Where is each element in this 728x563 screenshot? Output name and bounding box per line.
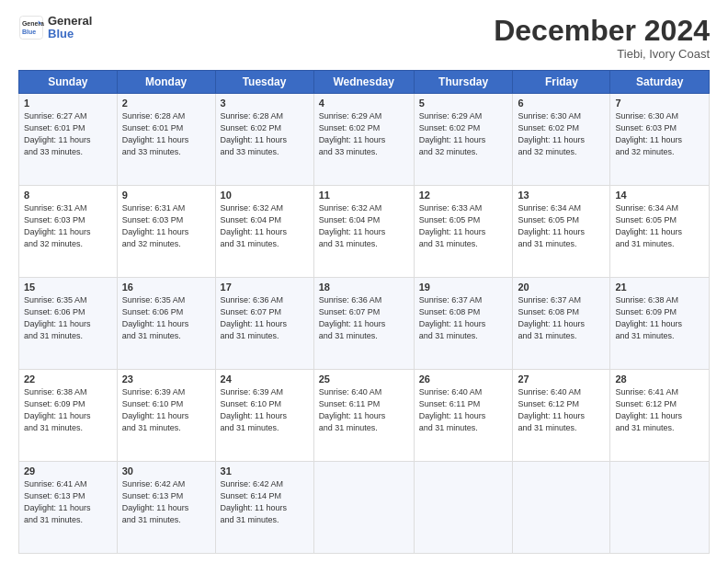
- logo-icon: General Blue: [18, 15, 44, 40]
- calendar-week-4: 22Sunrise: 6:38 AM Sunset: 6:09 PM Dayli…: [19, 370, 710, 462]
- day-number: 4: [319, 98, 409, 109]
- calendar-cell: 7Sunrise: 6:30 AM Sunset: 6:03 PM Daylig…: [610, 94, 710, 186]
- day-number: 20: [518, 282, 605, 293]
- day-info: Sunrise: 6:40 AM Sunset: 6:11 PM Dayligh…: [319, 386, 409, 434]
- calendar-cell: 24Sunrise: 6:39 AM Sunset: 6:10 PM Dayli…: [215, 370, 313, 462]
- day-number: 14: [615, 190, 704, 201]
- day-number: 17: [221, 282, 309, 293]
- day-info: Sunrise: 6:27 AM Sunset: 6:01 PM Dayligh…: [24, 110, 112, 158]
- calendar-cell: 13Sunrise: 6:34 AM Sunset: 6:05 PM Dayli…: [513, 186, 610, 278]
- calendar-week-1: 1Sunrise: 6:27 AM Sunset: 6:01 PM Daylig…: [19, 94, 710, 186]
- calendar-cell: 19Sunrise: 6:37 AM Sunset: 6:08 PM Dayli…: [414, 278, 513, 370]
- calendar-cell: 23Sunrise: 6:39 AM Sunset: 6:10 PM Dayli…: [117, 370, 215, 462]
- day-info: Sunrise: 6:38 AM Sunset: 6:09 PM Dayligh…: [24, 386, 112, 434]
- day-info: Sunrise: 6:32 AM Sunset: 6:04 PM Dayligh…: [221, 202, 309, 250]
- header: General Blue General Blue December 2024 …: [18, 15, 710, 61]
- svg-rect-0: [20, 17, 43, 40]
- day-info: Sunrise: 6:38 AM Sunset: 6:09 PM Dayligh…: [615, 294, 704, 342]
- logo-line2: Blue: [48, 28, 92, 40]
- col-thursday: Thursday: [414, 71, 513, 94]
- day-number: 9: [122, 190, 210, 201]
- calendar-cell: [513, 462, 610, 554]
- calendar: Sunday Monday Tuesday Wednesday Thursday…: [18, 70, 710, 554]
- calendar-cell: [414, 462, 513, 554]
- day-info: Sunrise: 6:34 AM Sunset: 6:05 PM Dayligh…: [518, 202, 605, 250]
- day-number: 23: [122, 373, 210, 385]
- logo: General Blue General Blue: [18, 15, 92, 41]
- day-number: 27: [518, 373, 605, 385]
- day-info: Sunrise: 6:42 AM Sunset: 6:13 PM Dayligh…: [122, 478, 210, 526]
- calendar-cell: 11Sunrise: 6:32 AM Sunset: 6:04 PM Dayli…: [313, 186, 414, 278]
- title-block: December 2024 Tiebi, Ivory Coast: [494, 15, 710, 61]
- day-info: Sunrise: 6:29 AM Sunset: 6:02 PM Dayligh…: [319, 110, 409, 158]
- day-info: Sunrise: 6:30 AM Sunset: 6:02 PM Dayligh…: [518, 110, 605, 158]
- col-saturday: Saturday: [610, 71, 710, 94]
- col-tuesday: Tuesday: [215, 71, 313, 94]
- day-number: 3: [221, 98, 309, 109]
- day-info: Sunrise: 6:32 AM Sunset: 6:04 PM Dayligh…: [319, 202, 409, 250]
- day-number: 5: [419, 98, 508, 109]
- day-number: 6: [518, 98, 605, 109]
- day-info: Sunrise: 6:40 AM Sunset: 6:12 PM Dayligh…: [518, 386, 605, 434]
- calendar-cell: 3Sunrise: 6:28 AM Sunset: 6:02 PM Daylig…: [215, 94, 313, 186]
- col-friday: Friday: [513, 71, 610, 94]
- logo-line1: General: [48, 15, 92, 28]
- day-number: 28: [615, 373, 704, 385]
- calendar-cell: 25Sunrise: 6:40 AM Sunset: 6:11 PM Dayli…: [313, 370, 414, 462]
- day-info: Sunrise: 6:36 AM Sunset: 6:07 PM Dayligh…: [319, 294, 409, 342]
- calendar-cell: 18Sunrise: 6:36 AM Sunset: 6:07 PM Dayli…: [313, 278, 414, 370]
- calendar-cell: 21Sunrise: 6:38 AM Sunset: 6:09 PM Dayli…: [610, 278, 710, 370]
- calendar-week-5: 29Sunrise: 6:41 AM Sunset: 6:13 PM Dayli…: [19, 462, 710, 554]
- day-info: Sunrise: 6:29 AM Sunset: 6:02 PM Dayligh…: [419, 110, 508, 158]
- col-monday: Monday: [117, 71, 215, 94]
- calendar-cell: 8Sunrise: 6:31 AM Sunset: 6:03 PM Daylig…: [19, 186, 118, 278]
- day-info: Sunrise: 6:31 AM Sunset: 6:03 PM Dayligh…: [24, 202, 112, 250]
- calendar-cell: 12Sunrise: 6:33 AM Sunset: 6:05 PM Dayli…: [414, 186, 513, 278]
- day-number: 18: [319, 282, 409, 293]
- calendar-cell: 16Sunrise: 6:35 AM Sunset: 6:06 PM Dayli…: [117, 278, 215, 370]
- day-number: 24: [221, 373, 309, 385]
- calendar-cell: 17Sunrise: 6:36 AM Sunset: 6:07 PM Dayli…: [215, 278, 313, 370]
- svg-text:Blue: Blue: [22, 29, 36, 35]
- calendar-cell: 20Sunrise: 6:37 AM Sunset: 6:08 PM Dayli…: [513, 278, 610, 370]
- day-info: Sunrise: 6:35 AM Sunset: 6:06 PM Dayligh…: [122, 294, 210, 342]
- day-info: Sunrise: 6:37 AM Sunset: 6:08 PM Dayligh…: [518, 294, 605, 342]
- calendar-cell: 31Sunrise: 6:42 AM Sunset: 6:14 PM Dayli…: [215, 462, 313, 554]
- day-number: 10: [221, 190, 309, 201]
- day-number: 30: [122, 465, 210, 477]
- day-info: Sunrise: 6:39 AM Sunset: 6:10 PM Dayligh…: [122, 386, 210, 434]
- day-number: 21: [615, 282, 704, 293]
- day-info: Sunrise: 6:35 AM Sunset: 6:06 PM Dayligh…: [24, 294, 112, 342]
- calendar-cell: 5Sunrise: 6:29 AM Sunset: 6:02 PM Daylig…: [414, 94, 513, 186]
- day-info: Sunrise: 6:41 AM Sunset: 6:13 PM Dayligh…: [24, 478, 112, 526]
- day-info: Sunrise: 6:42 AM Sunset: 6:14 PM Dayligh…: [221, 478, 309, 526]
- calendar-cell: [610, 462, 710, 554]
- day-info: Sunrise: 6:30 AM Sunset: 6:03 PM Dayligh…: [615, 110, 704, 158]
- day-info: Sunrise: 6:31 AM Sunset: 6:03 PM Dayligh…: [122, 202, 210, 250]
- day-number: 2: [122, 98, 210, 109]
- page: General Blue General Blue December 2024 …: [0, 0, 728, 563]
- calendar-cell: 29Sunrise: 6:41 AM Sunset: 6:13 PM Dayli…: [19, 462, 118, 554]
- logo-text: General Blue: [48, 15, 92, 41]
- calendar-cell: 28Sunrise: 6:41 AM Sunset: 6:12 PM Dayli…: [610, 370, 710, 462]
- header-row: Sunday Monday Tuesday Wednesday Thursday…: [19, 71, 710, 94]
- calendar-cell: 9Sunrise: 6:31 AM Sunset: 6:03 PM Daylig…: [117, 186, 215, 278]
- day-info: Sunrise: 6:40 AM Sunset: 6:11 PM Dayligh…: [419, 386, 508, 434]
- day-number: 26: [419, 373, 508, 385]
- calendar-cell: 30Sunrise: 6:42 AM Sunset: 6:13 PM Dayli…: [117, 462, 215, 554]
- calendar-week-3: 15Sunrise: 6:35 AM Sunset: 6:06 PM Dayli…: [19, 278, 710, 370]
- day-number: 22: [24, 373, 112, 385]
- location: Tiebi, Ivory Coast: [494, 47, 710, 61]
- day-number: 11: [319, 190, 409, 201]
- day-info: Sunrise: 6:28 AM Sunset: 6:01 PM Dayligh…: [122, 110, 210, 158]
- month-title: December 2024: [494, 15, 710, 47]
- calendar-cell: 1Sunrise: 6:27 AM Sunset: 6:01 PM Daylig…: [19, 94, 118, 186]
- calendar-table: Sunday Monday Tuesday Wednesday Thursday…: [18, 70, 710, 554]
- day-number: 19: [419, 282, 508, 293]
- calendar-cell: [313, 462, 414, 554]
- col-sunday: Sunday: [19, 71, 118, 94]
- calendar-cell: 22Sunrise: 6:38 AM Sunset: 6:09 PM Dayli…: [19, 370, 118, 462]
- day-info: Sunrise: 6:34 AM Sunset: 6:05 PM Dayligh…: [615, 202, 704, 250]
- calendar-cell: 2Sunrise: 6:28 AM Sunset: 6:01 PM Daylig…: [117, 94, 215, 186]
- calendar-cell: 26Sunrise: 6:40 AM Sunset: 6:11 PM Dayli…: [414, 370, 513, 462]
